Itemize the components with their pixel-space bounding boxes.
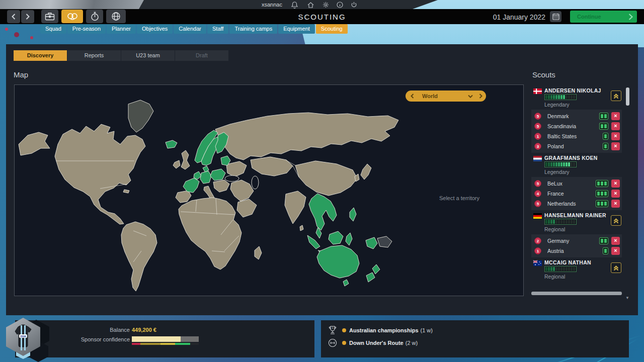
- calendar-icon[interactable]: [550, 11, 561, 22]
- territory-row: 5 Denmark ×: [531, 111, 622, 121]
- collapse-chevron-button[interactable]: [611, 90, 621, 101]
- remove-territory-button[interactable]: ×: [611, 179, 620, 188]
- scout-territories: 5 Denmark × 5 Scandinavia × 1 Baltic Sta…: [531, 110, 622, 153]
- remove-territory-button[interactable]: ×: [611, 190, 620, 198]
- event-row[interactable]: Down Under's Route (2 w): [328, 338, 418, 347]
- territory-row: 1 Baltic States ×: [531, 131, 622, 141]
- remove-territory-button[interactable]: ×: [611, 122, 620, 130]
- map-region-iceland: [166, 140, 177, 148]
- navigation-bar: SCOUTING 01 January 2022 Continue: [0, 9, 644, 24]
- home-icon[interactable]: [307, 1, 314, 9]
- remove-territory-button[interactable]: ×: [611, 237, 620, 245]
- tab-objectives[interactable]: Objectives: [137, 24, 173, 34]
- scout-level: Regional: [544, 226, 565, 232]
- world-map[interactable]: [15, 85, 523, 296]
- scout-header[interactable]: GRAAFMANS KOEN Legendary: [531, 154, 622, 176]
- map-region-sri-lanka: [300, 225, 303, 231]
- tab-squad[interactable]: Squad: [40, 24, 66, 34]
- info-icon[interactable]: [336, 1, 344, 9]
- map-region-germany: [200, 171, 211, 184]
- team-logo[interactable]: DSM: [2, 316, 48, 361]
- subtab-reports[interactable]: Reports: [67, 50, 121, 61]
- tab-pre-season[interactable]: Pre-season: [67, 24, 106, 34]
- tab-planner[interactable]: Planner: [107, 24, 136, 34]
- trophy-icon: 1: [328, 325, 337, 335]
- scout-header[interactable]: MCCAIG NATHAN Regional: [531, 258, 622, 281]
- territory-name: Netherlands: [547, 201, 596, 207]
- main-panel: Discovery Reports U23 team Draft Map: [6, 44, 638, 315]
- map-hint-text: Select a territory: [409, 195, 510, 201]
- territory-count-badge: 3: [534, 143, 541, 150]
- scouts-horizontal-scrollbar[interactable]: [531, 292, 622, 295]
- map-region-japan: [361, 164, 371, 179]
- remove-territory-button[interactable]: ×: [611, 200, 620, 208]
- race-icon: [328, 338, 337, 347]
- subtab-u23-team[interactable]: U23 team: [121, 50, 175, 61]
- scout-header[interactable]: HANSELMANN RAINER Regional: [531, 211, 622, 233]
- map-region-middle-east: [230, 180, 254, 201]
- selector-prev-icon: [412, 94, 414, 98]
- svg-text:1: 1: [332, 326, 333, 329]
- scout-name: ANDERSEN NIKOLAJ: [544, 87, 601, 94]
- map-region-greenland: [128, 100, 153, 132]
- event-row[interactable]: 1 Australian championships (1 w): [328, 325, 433, 335]
- territory-name: Germany: [547, 238, 599, 244]
- scout-rating-bar: [544, 219, 577, 225]
- map-region-arabia: [237, 199, 257, 217]
- map-black-sea: [225, 175, 239, 182]
- collapse-chevron-button[interactable]: [611, 215, 621, 226]
- map-region-france: [183, 178, 199, 193]
- tab-calendar[interactable]: Calendar: [174, 24, 206, 34]
- denmark-flag-icon: [533, 88, 542, 94]
- balance-value: 449,200 €: [132, 327, 156, 333]
- territory-name: BeLux: [547, 180, 596, 187]
- scroll-down-arrow-icon[interactable]: ▼: [625, 296, 629, 300]
- map-region-sumatra: [307, 235, 320, 249]
- notifications-bell-icon[interactable]: [291, 1, 298, 9]
- remove-territory-button[interactable]: ×: [611, 247, 620, 255]
- power-icon[interactable]: [350, 1, 358, 9]
- finance-panel: Balance 449,200 € Sponsor confidence: [15, 320, 314, 357]
- selector-next-icon: [480, 94, 482, 98]
- territory-count-badge: 4: [534, 190, 541, 197]
- decor-dot: [5, 28, 8, 31]
- map-region-africa: [179, 198, 242, 269]
- map-region-south-america: [121, 222, 157, 291]
- scout-level: Legendary: [544, 169, 570, 175]
- map-region-new-zealand-south: [366, 273, 375, 282]
- map-region-australia: [317, 245, 359, 278]
- scout-rating-bar: [544, 94, 577, 100]
- world-map-panel: World Select a territory: [14, 84, 524, 296]
- tab-staff[interactable]: Staff: [207, 24, 228, 34]
- remove-territory-button[interactable]: ×: [611, 112, 620, 120]
- background-gray-polygon: [0, 0, 144, 9]
- tab-equipment[interactable]: Equipment: [278, 24, 315, 34]
- settings-gear-icon[interactable]: [322, 1, 330, 9]
- territory-row: 5 Scandinavia ×: [531, 121, 622, 131]
- map-region-north-america: [55, 124, 145, 224]
- scouts-vertical-scrollbar[interactable]: ▼: [626, 86, 629, 294]
- sponsor-confidence-scale: [132, 343, 199, 345]
- remove-territory-button[interactable]: ×: [611, 132, 620, 140]
- territory-selector[interactable]: World: [406, 90, 486, 102]
- subtab-draft[interactable]: Draft: [175, 50, 229, 61]
- scout-rating-bar: [544, 161, 577, 167]
- remove-territory-button[interactable]: ×: [611, 142, 620, 150]
- collapse-chevron-button[interactable]: [611, 262, 621, 273]
- tab-training-camps[interactable]: Training camps: [229, 24, 277, 34]
- tab-scouting[interactable]: Scouting: [316, 24, 348, 34]
- subtab-discovery[interactable]: Discovery: [14, 50, 67, 61]
- scout-header[interactable]: ANDERSEN NIKOLAJ Legendary: [531, 86, 622, 109]
- continue-button[interactable]: Continue: [570, 11, 637, 23]
- territory-slots: [599, 123, 608, 130]
- scouting-subtabs: Discovery Reports U23 team Draft: [14, 50, 229, 61]
- territory-row: 1 Austria ×: [531, 246, 622, 256]
- territory-slots: [599, 113, 608, 120]
- map-region-balkans: [213, 180, 229, 192]
- scrollbar-thumb[interactable]: [626, 87, 629, 106]
- territory-name: Poland: [547, 143, 603, 149]
- scout-territories: 2 Germany × 1 Austria ×: [531, 234, 622, 257]
- selector-dropdown-icon: [468, 95, 472, 97]
- event-name: Down Under's Route: [349, 340, 404, 346]
- territory-row: 5 Netherlands ×: [531, 199, 622, 209]
